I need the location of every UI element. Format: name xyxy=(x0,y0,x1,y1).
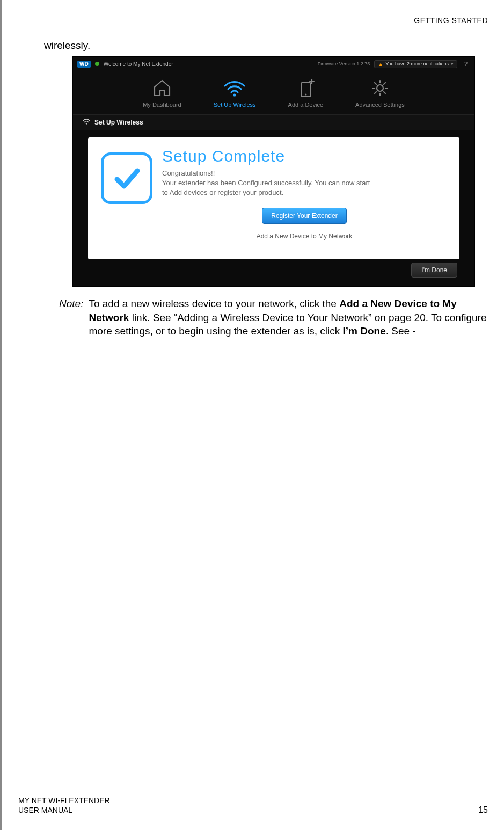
nav-advanced-label: Advanced Settings xyxy=(355,101,405,108)
footer-line1: MY NET WI-FI EXTENDER xyxy=(18,796,110,805)
im-done-button[interactable]: I'm Done xyxy=(411,263,457,278)
page-number: 15 xyxy=(478,805,488,815)
svg-point-3 xyxy=(377,85,383,91)
panel-line1: Congratulations!! xyxy=(162,169,215,177)
section-header: GETTING STARTED xyxy=(18,16,488,25)
note-label: Note: xyxy=(59,297,83,338)
setup-complete-panel: Setup Complete Congratulations!! Your ex… xyxy=(88,137,459,259)
nav-wireless[interactable]: Set Up Wireless xyxy=(214,78,256,108)
panel-content: Setup Complete Congratulations!! Your ex… xyxy=(162,147,447,249)
panel-footer-row: I'm Done xyxy=(88,259,459,281)
nav-dashboard-label: My Dashboard xyxy=(143,101,181,108)
notification-dropdown[interactable]: ▲ You have 2 more notifications ▾ xyxy=(374,60,457,68)
nav-dashboard[interactable]: My Dashboard xyxy=(143,78,181,108)
svg-point-4 xyxy=(86,123,87,124)
nav-add-device-label: Add a Device xyxy=(288,101,323,108)
manual-page: GETTING STARTED wirelessly. WD Welcome t… xyxy=(0,0,504,830)
panel-title: Setup Complete xyxy=(162,147,447,165)
nav-advanced[interactable]: Advanced Settings xyxy=(355,78,405,108)
firmware-label: Firmware Version 1.2.75 xyxy=(318,61,370,67)
embedded-screenshot: WD Welcome to My Net Extender Firmware V… xyxy=(73,57,474,286)
status-dot-icon xyxy=(95,62,99,66)
body-lead-text: wirelessly. xyxy=(44,40,488,52)
app-topbar: WD Welcome to My Net Extender Firmware V… xyxy=(73,57,474,71)
brand-badge: WD xyxy=(77,61,91,68)
warning-icon: ▲ xyxy=(378,61,383,67)
section-title-text: Set Up Wireless xyxy=(94,119,143,126)
footer-left: MY NET WI-FI EXTENDER USER MANUAL xyxy=(18,796,110,815)
note-block: Note: To add a new wireless device to yo… xyxy=(59,297,488,338)
footer-line2: USER MANUAL xyxy=(18,805,110,815)
nav-add-device[interactable]: Add a Device xyxy=(288,78,323,108)
section-title-bar: Set Up Wireless xyxy=(73,115,474,130)
gear-icon xyxy=(370,78,390,98)
wifi-icon xyxy=(223,78,246,98)
wifi-small-icon xyxy=(83,119,90,127)
add-device-icon xyxy=(295,78,316,98)
checkmark-icon xyxy=(101,152,152,204)
nav-wireless-label: Set Up Wireless xyxy=(214,101,256,108)
welcome-text: Welcome to My Net Extender xyxy=(104,61,173,67)
help-icon[interactable]: ? xyxy=(462,60,470,68)
page-footer: MY NET WI-FI EXTENDER USER MANUAL 15 xyxy=(18,796,488,815)
home-icon xyxy=(151,78,173,98)
add-device-link[interactable]: Add a New Device to My Network xyxy=(257,232,353,240)
svg-point-2 xyxy=(305,93,307,95)
notification-text: You have 2 more notifications xyxy=(385,61,449,67)
main-nav: My Dashboard Set Up Wireless xyxy=(73,71,474,115)
svg-point-0 xyxy=(233,93,236,96)
panel-line2: Your extender has been Configured succes… xyxy=(162,179,370,196)
panel-subtext: Congratulations!! Your extender has been… xyxy=(162,169,377,198)
note-text: To add a new wireless device to your net… xyxy=(89,297,488,338)
chevron-down-icon: ▾ xyxy=(451,61,454,67)
register-button[interactable]: Register Your Extender xyxy=(262,208,346,224)
content-area: Setup Complete Congratulations!! Your ex… xyxy=(73,130,474,286)
